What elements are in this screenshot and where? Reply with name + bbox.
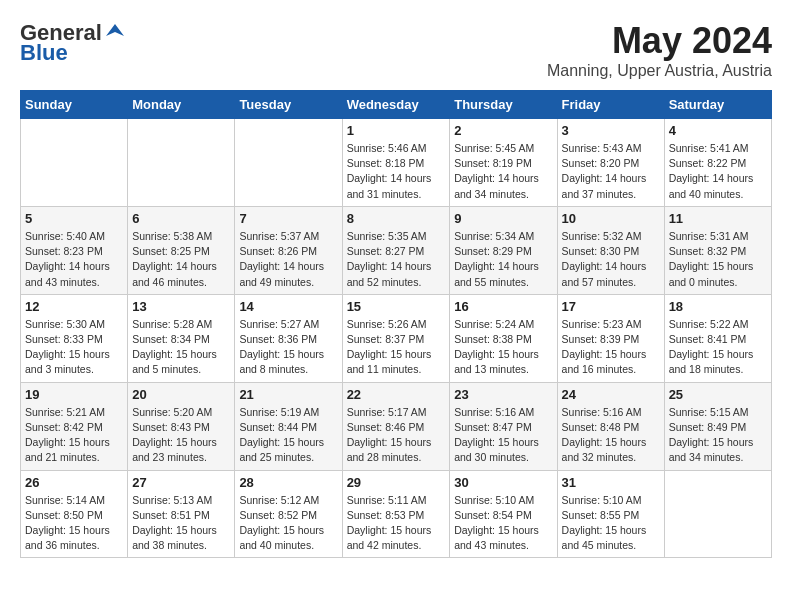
- header-wednesday: Wednesday: [342, 91, 450, 119]
- day-info: Sunrise: 5:11 AM Sunset: 8:53 PM Dayligh…: [347, 493, 446, 554]
- day-cell: 28Sunrise: 5:12 AM Sunset: 8:52 PM Dayli…: [235, 470, 342, 558]
- day-number: 28: [239, 475, 337, 490]
- day-number: 23: [454, 387, 552, 402]
- day-cell: 24Sunrise: 5:16 AM Sunset: 8:48 PM Dayli…: [557, 382, 664, 470]
- day-number: 9: [454, 211, 552, 226]
- day-cell: 25Sunrise: 5:15 AM Sunset: 8:49 PM Dayli…: [664, 382, 771, 470]
- header-sunday: Sunday: [21, 91, 128, 119]
- day-cell: 31Sunrise: 5:10 AM Sunset: 8:55 PM Dayli…: [557, 470, 664, 558]
- day-info: Sunrise: 5:27 AM Sunset: 8:36 PM Dayligh…: [239, 317, 337, 378]
- day-info: Sunrise: 5:45 AM Sunset: 8:19 PM Dayligh…: [454, 141, 552, 202]
- day-info: Sunrise: 5:35 AM Sunset: 8:27 PM Dayligh…: [347, 229, 446, 290]
- day-number: 30: [454, 475, 552, 490]
- header-monday: Monday: [128, 91, 235, 119]
- day-cell: 6Sunrise: 5:38 AM Sunset: 8:25 PM Daylig…: [128, 206, 235, 294]
- day-number: 16: [454, 299, 552, 314]
- day-info: Sunrise: 5:31 AM Sunset: 8:32 PM Dayligh…: [669, 229, 767, 290]
- svg-marker-0: [106, 24, 124, 36]
- day-cell: 29Sunrise: 5:11 AM Sunset: 8:53 PM Dayli…: [342, 470, 450, 558]
- day-info: Sunrise: 5:14 AM Sunset: 8:50 PM Dayligh…: [25, 493, 123, 554]
- header-friday: Friday: [557, 91, 664, 119]
- day-cell: 3Sunrise: 5:43 AM Sunset: 8:20 PM Daylig…: [557, 119, 664, 207]
- day-cell: 7Sunrise: 5:37 AM Sunset: 8:26 PM Daylig…: [235, 206, 342, 294]
- day-cell: 19Sunrise: 5:21 AM Sunset: 8:42 PM Dayli…: [21, 382, 128, 470]
- day-info: Sunrise: 5:37 AM Sunset: 8:26 PM Dayligh…: [239, 229, 337, 290]
- location-title: Manning, Upper Austria, Austria: [547, 62, 772, 80]
- day-number: 26: [25, 475, 123, 490]
- day-cell: [128, 119, 235, 207]
- day-cell: 2Sunrise: 5:45 AM Sunset: 8:19 PM Daylig…: [450, 119, 557, 207]
- day-number: 11: [669, 211, 767, 226]
- day-info: Sunrise: 5:16 AM Sunset: 8:48 PM Dayligh…: [562, 405, 660, 466]
- day-number: 15: [347, 299, 446, 314]
- day-info: Sunrise: 5:40 AM Sunset: 8:23 PM Dayligh…: [25, 229, 123, 290]
- day-number: 14: [239, 299, 337, 314]
- day-number: 13: [132, 299, 230, 314]
- day-cell: 22Sunrise: 5:17 AM Sunset: 8:46 PM Dayli…: [342, 382, 450, 470]
- day-info: Sunrise: 5:16 AM Sunset: 8:47 PM Dayligh…: [454, 405, 552, 466]
- day-cell: 23Sunrise: 5:16 AM Sunset: 8:47 PM Dayli…: [450, 382, 557, 470]
- day-number: 27: [132, 475, 230, 490]
- day-number: 8: [347, 211, 446, 226]
- day-cell: 16Sunrise: 5:24 AM Sunset: 8:38 PM Dayli…: [450, 294, 557, 382]
- day-cell: 14Sunrise: 5:27 AM Sunset: 8:36 PM Dayli…: [235, 294, 342, 382]
- day-number: 22: [347, 387, 446, 402]
- week-row-1: 5Sunrise: 5:40 AM Sunset: 8:23 PM Daylig…: [21, 206, 772, 294]
- day-info: Sunrise: 5:38 AM Sunset: 8:25 PM Dayligh…: [132, 229, 230, 290]
- day-cell: [664, 470, 771, 558]
- day-cell: 5Sunrise: 5:40 AM Sunset: 8:23 PM Daylig…: [21, 206, 128, 294]
- day-info: Sunrise: 5:32 AM Sunset: 8:30 PM Dayligh…: [562, 229, 660, 290]
- day-number: 18: [669, 299, 767, 314]
- page-header: General Blue May 2024 Manning, Upper Aus…: [20, 20, 772, 80]
- day-info: Sunrise: 5:28 AM Sunset: 8:34 PM Dayligh…: [132, 317, 230, 378]
- day-info: Sunrise: 5:41 AM Sunset: 8:22 PM Dayligh…: [669, 141, 767, 202]
- day-cell: 4Sunrise: 5:41 AM Sunset: 8:22 PM Daylig…: [664, 119, 771, 207]
- day-cell: 26Sunrise: 5:14 AM Sunset: 8:50 PM Dayli…: [21, 470, 128, 558]
- day-cell: [21, 119, 128, 207]
- day-info: Sunrise: 5:12 AM Sunset: 8:52 PM Dayligh…: [239, 493, 337, 554]
- header-saturday: Saturday: [664, 91, 771, 119]
- day-number: 21: [239, 387, 337, 402]
- week-row-2: 12Sunrise: 5:30 AM Sunset: 8:33 PM Dayli…: [21, 294, 772, 382]
- day-cell: 30Sunrise: 5:10 AM Sunset: 8:54 PM Dayli…: [450, 470, 557, 558]
- day-cell: 27Sunrise: 5:13 AM Sunset: 8:51 PM Dayli…: [128, 470, 235, 558]
- day-info: Sunrise: 5:22 AM Sunset: 8:41 PM Dayligh…: [669, 317, 767, 378]
- day-number: 2: [454, 123, 552, 138]
- calendar-table: SundayMondayTuesdayWednesdayThursdayFrid…: [20, 90, 772, 558]
- day-number: 29: [347, 475, 446, 490]
- day-number: 5: [25, 211, 123, 226]
- day-info: Sunrise: 5:21 AM Sunset: 8:42 PM Dayligh…: [25, 405, 123, 466]
- day-cell: 9Sunrise: 5:34 AM Sunset: 8:29 PM Daylig…: [450, 206, 557, 294]
- day-cell: 15Sunrise: 5:26 AM Sunset: 8:37 PM Dayli…: [342, 294, 450, 382]
- calendar-header-row: SundayMondayTuesdayWednesdayThursdayFrid…: [21, 91, 772, 119]
- day-info: Sunrise: 5:30 AM Sunset: 8:33 PM Dayligh…: [25, 317, 123, 378]
- day-number: 20: [132, 387, 230, 402]
- day-info: Sunrise: 5:10 AM Sunset: 8:55 PM Dayligh…: [562, 493, 660, 554]
- day-number: 19: [25, 387, 123, 402]
- header-tuesday: Tuesday: [235, 91, 342, 119]
- day-info: Sunrise: 5:23 AM Sunset: 8:39 PM Dayligh…: [562, 317, 660, 378]
- day-cell: 13Sunrise: 5:28 AM Sunset: 8:34 PM Dayli…: [128, 294, 235, 382]
- logo-blue: Blue: [20, 40, 68, 66]
- day-info: Sunrise: 5:24 AM Sunset: 8:38 PM Dayligh…: [454, 317, 552, 378]
- day-number: 25: [669, 387, 767, 402]
- day-cell: 21Sunrise: 5:19 AM Sunset: 8:44 PM Dayli…: [235, 382, 342, 470]
- day-info: Sunrise: 5:10 AM Sunset: 8:54 PM Dayligh…: [454, 493, 552, 554]
- day-info: Sunrise: 5:15 AM Sunset: 8:49 PM Dayligh…: [669, 405, 767, 466]
- week-row-3: 19Sunrise: 5:21 AM Sunset: 8:42 PM Dayli…: [21, 382, 772, 470]
- day-info: Sunrise: 5:13 AM Sunset: 8:51 PM Dayligh…: [132, 493, 230, 554]
- day-info: Sunrise: 5:46 AM Sunset: 8:18 PM Dayligh…: [347, 141, 446, 202]
- week-row-4: 26Sunrise: 5:14 AM Sunset: 8:50 PM Dayli…: [21, 470, 772, 558]
- day-info: Sunrise: 5:17 AM Sunset: 8:46 PM Dayligh…: [347, 405, 446, 466]
- day-cell: 1Sunrise: 5:46 AM Sunset: 8:18 PM Daylig…: [342, 119, 450, 207]
- day-number: 10: [562, 211, 660, 226]
- day-cell: 20Sunrise: 5:20 AM Sunset: 8:43 PM Dayli…: [128, 382, 235, 470]
- logo: General Blue: [20, 20, 126, 66]
- day-info: Sunrise: 5:20 AM Sunset: 8:43 PM Dayligh…: [132, 405, 230, 466]
- day-number: 3: [562, 123, 660, 138]
- day-number: 31: [562, 475, 660, 490]
- day-info: Sunrise: 5:19 AM Sunset: 8:44 PM Dayligh…: [239, 405, 337, 466]
- day-cell: 12Sunrise: 5:30 AM Sunset: 8:33 PM Dayli…: [21, 294, 128, 382]
- day-cell: 8Sunrise: 5:35 AM Sunset: 8:27 PM Daylig…: [342, 206, 450, 294]
- day-number: 1: [347, 123, 446, 138]
